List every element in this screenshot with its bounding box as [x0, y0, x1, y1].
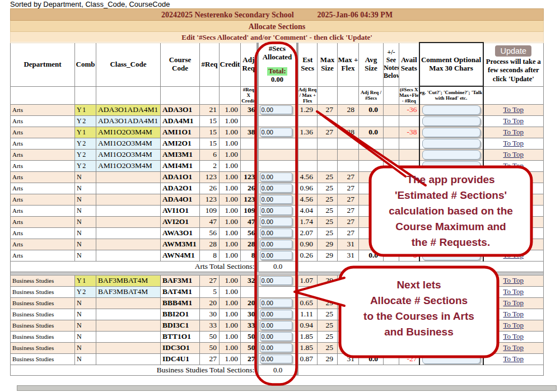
comment-input[interactable] [422, 332, 480, 342]
secs-allocated-input[interactable] [260, 184, 292, 193]
comment-input[interactable] [422, 150, 480, 160]
class-code-cell: AMI1O2O3M4M [96, 127, 161, 138]
secs-allocated-input[interactable] [260, 276, 292, 285]
notes-cell [384, 320, 399, 331]
max-size-cell: 29 [318, 250, 338, 261]
adj-req-cell [241, 115, 258, 127]
to-top-link[interactable]: To Top [503, 287, 524, 296]
to-top-link[interactable]: To Top [503, 128, 524, 136]
horizontal-scrollbar[interactable] [17, 385, 557, 391]
req-cell: 123 [200, 171, 220, 183]
secs-allocated-input[interactable] [260, 240, 292, 249]
secs-allocated-input[interactable] [260, 310, 292, 319]
max-flex-cell: 27 [338, 171, 359, 183]
to-top-link[interactable]: To Top [503, 228, 524, 237]
secs-allocated-input[interactable] [260, 343, 292, 352]
to-top-cell: To Top [483, 171, 544, 183]
secs-allocated-input[interactable] [260, 195, 292, 204]
to-top-link[interactable]: To Top [503, 150, 524, 158]
comment-cell [419, 250, 483, 261]
secs-allocated-input[interactable] [260, 206, 292, 215]
to-top-link[interactable]: To Top [503, 206, 524, 214]
secs-allocated-input[interactable] [260, 332, 292, 341]
to-top-link[interactable]: To Top [503, 251, 524, 259]
to-top-link[interactable]: To Top [503, 161, 524, 170]
to-top-link[interactable]: To Top [503, 116, 524, 125]
comment-input[interactable] [422, 298, 480, 308]
to-top-link[interactable]: To Top [503, 276, 524, 284]
to-top-link[interactable]: To Top [503, 354, 524, 363]
department-cell: Arts [11, 250, 75, 261]
to-top-link[interactable]: To Top [503, 105, 524, 114]
comment-input[interactable] [422, 240, 480, 249]
comment-input[interactable] [422, 172, 480, 182]
secs-allocated-input[interactable] [260, 228, 292, 237]
comment-input[interactable] [422, 228, 480, 238]
secs-allocated-input[interactable] [260, 354, 292, 363]
avail-seats-cell [399, 342, 419, 353]
to-top-link[interactable]: To Top [503, 217, 524, 226]
comment-input[interactable] [422, 310, 480, 319]
to-top-link[interactable]: To Top [503, 343, 524, 352]
comment-input[interactable] [422, 161, 480, 171]
comment-input[interactable] [422, 116, 480, 126]
table-row: ArtsNADA4O11231.001234.562527To Top [11, 194, 544, 205]
secs-allocated-input[interactable] [260, 172, 292, 181]
avg-size-cell: 0.0 [359, 127, 384, 138]
comment-input[interactable] [422, 251, 480, 260]
comment-input[interactable] [422, 206, 480, 216]
to-top-cell: To Top [483, 250, 544, 261]
to-top-link[interactable]: To Top [503, 172, 524, 181]
to-top-link[interactable]: To Top [503, 240, 524, 248]
max-size-cell [318, 138, 338, 149]
secs-allocated-input[interactable] [260, 217, 292, 226]
comment-input[interactable] [422, 343, 480, 353]
to-top-cell: To Top [483, 239, 544, 250]
comment-input[interactable] [422, 217, 480, 227]
course-code-cell: BAT4M1 [161, 286, 200, 297]
avg-size-cell [359, 194, 384, 205]
comment-input[interactable] [422, 184, 480, 193]
to-top-link[interactable]: To Top [503, 298, 524, 307]
credit-cell: 1.00 [220, 149, 241, 160]
secs-allocated-input[interactable] [260, 105, 292, 114]
to-top-link[interactable]: To Top [503, 332, 524, 340]
secs-allocated-input[interactable] [260, 251, 292, 260]
est-secs-cell: 0.87 [297, 353, 318, 365]
avg-size-cell [359, 342, 384, 353]
credit-cell: 1.00 [220, 171, 241, 183]
to-top-link[interactable]: To Top [503, 184, 524, 192]
secs-allocated-cell [258, 104, 297, 115]
max-size-cell: 25 [318, 216, 338, 227]
column-header-row: Department Comb Class_Code Course Code #… [11, 43, 544, 86]
to-top-link[interactable]: To Top [503, 139, 524, 147]
comment-input[interactable] [422, 354, 480, 364]
secs-allocated-input[interactable] [260, 128, 292, 137]
instruction-row: Edit '#Secs Allocated' and/or 'Comment' … [11, 32, 544, 43]
to-top-link[interactable]: To Top [503, 310, 524, 318]
to-top-link[interactable]: To Top [503, 321, 524, 329]
avg-size-cell [359, 115, 384, 127]
comment-cell [419, 171, 483, 183]
secs-allocated-input[interactable] [260, 321, 292, 330]
req-cell: 30 [200, 309, 220, 320]
avail-seats-cell [399, 216, 419, 227]
secs-allocated-input[interactable] [260, 298, 292, 307]
comment-input[interactable] [422, 105, 480, 115]
department-cell: Arts [11, 194, 75, 205]
comment-input[interactable] [422, 195, 480, 204]
to-top-link[interactable]: To Top [503, 195, 524, 203]
table-row: ArtsY2AMI1O2O3M4MAMI2O1151.00To Top [11, 138, 544, 149]
avg-size-cell [359, 216, 384, 227]
secs-allocated-cell [258, 297, 297, 309]
secs-allocated-label: #Secs Allocated [259, 45, 296, 62]
notes-cell [384, 309, 399, 320]
secs-allocated-cell [258, 331, 297, 342]
comment-input[interactable] [422, 287, 480, 297]
comment-input[interactable] [422, 321, 480, 330]
comment-input[interactable] [422, 276, 480, 286]
comment-input[interactable] [422, 128, 480, 137]
comment-input[interactable] [422, 139, 480, 148]
update-button[interactable]: Update [495, 45, 531, 57]
avail-seats-cell [399, 286, 419, 297]
